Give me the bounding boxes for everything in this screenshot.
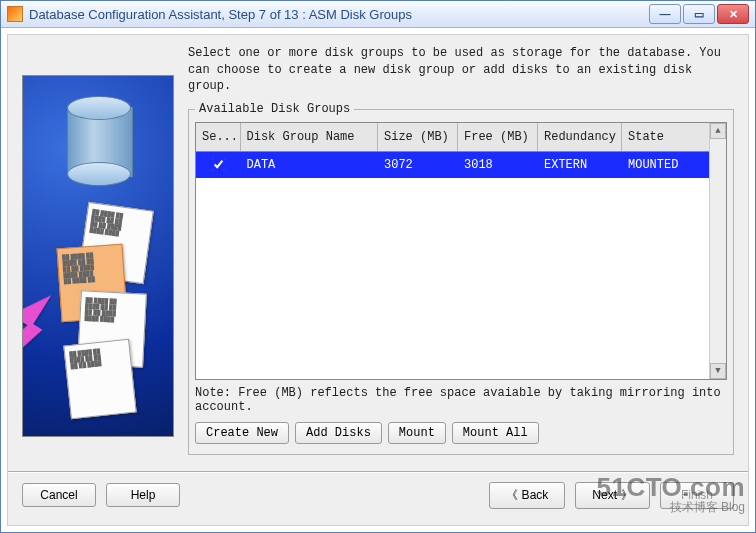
help-button[interactable]: Help	[106, 483, 180, 507]
arrow-icon	[22, 283, 51, 328]
scroll-down-icon[interactable]: ▼	[710, 363, 726, 379]
disk-group-actions: Create New Add Disks Mount Mount All	[195, 422, 727, 444]
mount-button[interactable]: Mount	[388, 422, 446, 444]
scroll-up-icon[interactable]: ▲	[710, 123, 726, 139]
disk-groups-groupbox: Available Disk Groups Se... Disk Group N…	[188, 102, 734, 455]
close-button[interactable]: ✕	[717, 4, 749, 24]
cell-free: 3018	[458, 152, 538, 179]
col-select[interactable]: Se...	[196, 123, 240, 152]
col-size[interactable]: Size (MB)	[378, 123, 458, 152]
client-area: ██ ████ ██████ ██ ████ ██ ████████ ████ …	[7, 34, 749, 526]
app-icon	[7, 6, 23, 22]
app-window: Database Configuration Assistant, Step 7…	[0, 0, 756, 533]
database-icon	[67, 96, 129, 186]
mirroring-note: Note: Free (MB) reflects the free space …	[195, 386, 727, 414]
col-free[interactable]: Free (MB)	[458, 123, 538, 152]
next-button[interactable]: Next 》	[575, 482, 650, 509]
cell-name: DATA	[240, 152, 378, 179]
finish-button: Finish	[660, 482, 734, 509]
chevron-right-icon: 》	[621, 487, 633, 504]
row-select-checkbox[interactable]	[212, 158, 225, 171]
window-controls: ― ▭ ✕	[649, 4, 749, 24]
wizard-illustration: ██ ████ ██████ ██ ████ ██ ████████ ████ …	[22, 75, 174, 437]
cell-redundancy: EXTERN	[538, 152, 622, 179]
window-title: Database Configuration Assistant, Step 7…	[29, 7, 649, 22]
col-redundancy[interactable]: Redundancy	[538, 123, 622, 152]
page-icon: ██ ████ ██████ ██ ████ ██ ████	[63, 339, 136, 419]
instructions-text: Select one or more disk groups to be use…	[188, 45, 734, 94]
col-name[interactable]: Disk Group Name	[240, 123, 378, 152]
groupbox-legend: Available Disk Groups	[195, 102, 354, 116]
content-pane: Select one or more disk groups to be use…	[188, 45, 734, 461]
back-label: Back	[522, 488, 549, 502]
create-new-button[interactable]: Create New	[195, 422, 289, 444]
maximize-button[interactable]: ▭	[683, 4, 715, 24]
disk-groups-table[interactable]: Se... Disk Group Name Size (MB) Free (MB…	[196, 123, 726, 178]
back-button[interactable]: 《 Back	[489, 482, 566, 509]
vertical-scrollbar[interactable]: ▲ ▼	[709, 123, 726, 379]
mount-all-button[interactable]: Mount All	[452, 422, 539, 444]
cell-size: 3072	[378, 152, 458, 179]
next-label: Next	[592, 488, 617, 502]
finish-label: Finish	[681, 488, 713, 502]
cancel-button[interactable]: Cancel	[22, 483, 96, 507]
disk-groups-table-container: Se... Disk Group Name Size (MB) Free (MB…	[195, 122, 727, 380]
table-header-row: Se... Disk Group Name Size (MB) Free (MB…	[196, 123, 726, 152]
minimize-button[interactable]: ―	[649, 4, 681, 24]
add-disks-button[interactable]: Add Disks	[295, 422, 382, 444]
table-row[interactable]: DATA 3072 3018 EXTERN MOUNTED	[196, 152, 726, 179]
wizard-footer: Cancel Help 《 Back Next 》 Finish	[8, 473, 748, 525]
titlebar[interactable]: Database Configuration Assistant, Step 7…	[1, 1, 755, 28]
chevron-left-icon: 《	[506, 487, 518, 504]
